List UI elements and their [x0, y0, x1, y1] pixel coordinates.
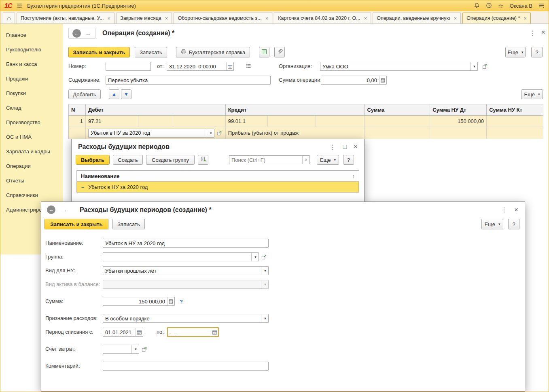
- chevron-down-icon[interactable]: ▾: [251, 253, 259, 261]
- add-row-button[interactable]: Добавить: [68, 89, 101, 99]
- close-form-icon[interactable]: ×: [541, 28, 545, 36]
- tab-zakrytie-mesyaca[interactable]: Закрытие месяца ×: [116, 13, 172, 23]
- tab-close-icon[interactable]: ×: [364, 16, 367, 21]
- debit-subconto-input[interactable]: [89, 129, 207, 137]
- favorites-star-icon[interactable]: ☆: [498, 3, 503, 9]
- group-input[interactable]: [103, 253, 251, 261]
- accounting-reference-button[interactable]: Бухгалтерская справка: [176, 47, 250, 57]
- period-from-input[interactable]: [103, 328, 136, 336]
- col-header-credit[interactable]: Кредит: [226, 104, 365, 116]
- forward-button[interactable]: →: [61, 207, 68, 213]
- content-input[interactable]: [106, 76, 271, 85]
- chevron-down-icon[interactable]: ▾: [261, 314, 268, 322]
- table-more-button[interactable]: Еще▾: [521, 89, 543, 99]
- tab-osv[interactable]: Оборотно-сальдовая ведомость з... ×: [174, 13, 272, 23]
- sidebar-item-otchety[interactable]: Отчеты: [0, 174, 63, 188]
- move-row-down-button[interactable]: ▼: [121, 89, 131, 99]
- sidebar-item-zarplata-i-kadry[interactable]: Зарплата и кадры: [0, 144, 63, 159]
- sidebar-item-spravochniki[interactable]: Справочники: [0, 188, 63, 203]
- create-copy-button[interactable]: [198, 155, 208, 165]
- show-postings-button[interactable]: [259, 47, 269, 57]
- chevron-down-icon[interactable]: ▾: [470, 62, 477, 70]
- cell-credit-sub1[interactable]: [268, 116, 316, 127]
- tab-operacii-vruchnuyu[interactable]: Операции, введенные вручную ×: [373, 13, 461, 23]
- main-menu-icon[interactable]: ☰: [17, 2, 22, 10]
- chevron-down-icon[interactable]: ▾: [131, 345, 139, 353]
- kebab-menu-icon[interactable]: ⋮: [501, 206, 507, 214]
- organization-input[interactable]: [320, 62, 470, 70]
- number-input[interactable]: [106, 62, 151, 71]
- sidebar-item-proizvodstvo[interactable]: Производство: [0, 115, 63, 130]
- organization-open-icon[interactable]: [481, 62, 488, 70]
- calendar-icon[interactable]: [226, 62, 233, 70]
- move-row-up-button[interactable]: ▲: [109, 89, 119, 99]
- current-user[interactable]: Оксана В: [510, 3, 532, 9]
- list-item-selected[interactable]: – Убыток в НУ за 2020 год: [77, 182, 359, 192]
- cell-debit-sub2[interactable]: [173, 116, 226, 127]
- home-tab[interactable]: ⌂: [3, 13, 15, 23]
- cell-debit-account[interactable]: 97.21: [86, 116, 138, 127]
- table-row[interactable]: 1 97.21 99.01.1 150 000,00: [69, 116, 543, 127]
- sidebar-item-pokupki[interactable]: Покупки: [0, 86, 63, 101]
- back-button[interactable]: ←: [72, 29, 81, 38]
- sidebar-item-os-i-nma[interactable]: ОС и НМА: [0, 130, 63, 144]
- attachments-button[interactable]: [274, 47, 285, 57]
- recognition-input[interactable]: [103, 314, 261, 322]
- col-header-n[interactable]: N: [69, 104, 86, 116]
- select-button[interactable]: Выбрать: [76, 155, 110, 165]
- more-button[interactable]: Еще▾: [481, 219, 503, 229]
- more-button[interactable]: Еще▾: [317, 155, 339, 165]
- col-header-amount-nu-dt[interactable]: Сумма НУ Дт: [430, 104, 487, 116]
- cell-amount[interactable]: [365, 116, 430, 127]
- notifications-bell-icon[interactable]: [474, 2, 480, 10]
- more-button[interactable]: Еще▾: [505, 47, 526, 57]
- chevron-down-icon[interactable]: ▾: [261, 267, 268, 275]
- save-button[interactable]: Записать: [112, 219, 145, 229]
- back-button[interactable]: ←: [47, 206, 55, 214]
- column-name-header[interactable]: Наименование: [81, 173, 119, 179]
- cell-credit-account[interactable]: 99.01.1: [226, 116, 268, 127]
- service-menu-icon[interactable]: [538, 2, 545, 10]
- name-input[interactable]: [103, 239, 269, 248]
- create-group-button[interactable]: Создать группу: [146, 155, 195, 165]
- col-header-debit[interactable]: Дебет: [86, 104, 226, 116]
- cost-account-open-icon[interactable]: [140, 345, 148, 353]
- kebab-menu-icon[interactable]: ⋮: [529, 29, 536, 37]
- sidebar-item-prodazhi[interactable]: Продажи: [0, 72, 63, 86]
- sort-ascending-icon[interactable]: ↑: [352, 173, 355, 179]
- help-button[interactable]: ?: [508, 219, 519, 229]
- close-dialog-icon[interactable]: ×: [354, 143, 358, 151]
- calculator-icon[interactable]: [167, 297, 174, 305]
- table-subconto-row[interactable]: ▾ Прибыль (убыток) от продаж: [69, 127, 543, 139]
- cell-amount-nu-dt[interactable]: 150 000,00: [430, 116, 487, 127]
- group-open-icon[interactable]: [260, 253, 267, 261]
- list-header[interactable]: Наименование ↑: [77, 171, 359, 182]
- tab-close-icon[interactable]: ×: [265, 16, 269, 21]
- close-dialog-icon[interactable]: ×: [514, 206, 518, 214]
- amount-hint-icon[interactable]: ?: [180, 299, 183, 305]
- sidebar-item-glavnoe[interactable]: Главное: [0, 28, 63, 42]
- calendar-icon[interactable]: [211, 328, 218, 336]
- operation-amount-input[interactable]: [321, 76, 379, 84]
- tab-close-icon[interactable]: ×: [108, 16, 111, 21]
- calculator-icon[interactable]: [379, 76, 386, 84]
- save-close-button[interactable]: Записать и закрыть: [45, 219, 108, 229]
- date-list-icon[interactable]: [245, 63, 252, 70]
- sidebar-item-bank-i-kassa[interactable]: Банк и касса: [0, 57, 63, 72]
- kebab-menu-icon[interactable]: ⋮: [329, 143, 336, 151]
- period-to-input[interactable]: [168, 328, 211, 336]
- cell-debit-sub1[interactable]: [138, 116, 173, 127]
- create-button[interactable]: Создать: [113, 155, 143, 165]
- history-icon[interactable]: [486, 2, 492, 10]
- debit-subconto-open-icon[interactable]: [216, 129, 223, 137]
- forward-button[interactable]: →: [85, 30, 91, 37]
- tab-kartochka-scheta[interactable]: Карточка счета 84.02 за 2020 г. О... ×: [274, 13, 371, 23]
- sidebar-item-sklad[interactable]: Склад: [0, 101, 63, 115]
- sidebar-item-operacii[interactable]: Операции: [0, 159, 63, 174]
- comment-input[interactable]: [103, 362, 269, 371]
- cell-credit-sub2[interactable]: [316, 116, 365, 127]
- tab-close-icon[interactable]: ×: [454, 16, 457, 21]
- search-input[interactable]: [229, 156, 302, 164]
- date-input[interactable]: [167, 62, 226, 70]
- tab-postuplenie[interactable]: Поступление (акты, накладные, У... ×: [17, 13, 114, 23]
